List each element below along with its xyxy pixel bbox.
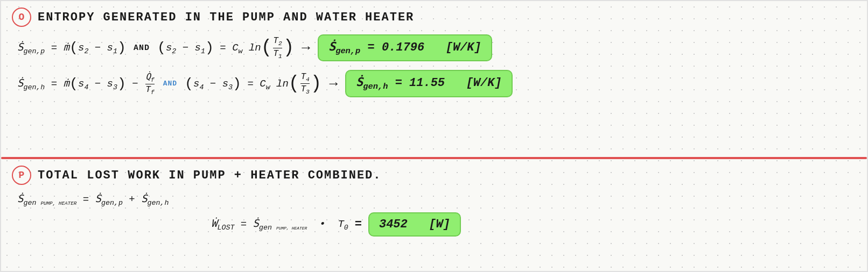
bottom-formula2-lhs: ẆLOST = Ṡgen PUMP, HEATER • T0 bbox=[211, 217, 348, 232]
section-p-title: TOTAL LOST WORK IN PUMP + HEATER COMBINE… bbox=[38, 169, 382, 182]
top-section: O ENTROPY GENERATED IN THE PUMP AND WATE… bbox=[1, 1, 867, 157]
bottom-result: 3452 [W] bbox=[368, 212, 461, 237]
formula2-arrow: → bbox=[329, 76, 338, 92]
formula1-arrow: → bbox=[302, 40, 310, 56]
formula1-result: Ṡgen,p = 0.1796 [W/K] bbox=[318, 34, 492, 61]
formula1-lhs: Ṡgen,p = ṁ(s2 − s1) bbox=[17, 40, 126, 56]
formula2-rhs: (s4 − s3) = Cw ln(T4T3) bbox=[185, 72, 321, 95]
section-o-header: O ENTROPY GENERATED IN THE PUMP AND WATE… bbox=[12, 8, 856, 27]
bottom-equals: = bbox=[355, 218, 362, 231]
circle-o: O bbox=[12, 8, 31, 27]
page: O ENTROPY GENERATED IN THE PUMP AND WATE… bbox=[0, 0, 868, 272]
bottom-formula-row-1: Ṡgen PUMP, HEATER = Ṡgen,p + Ṡgen,h bbox=[17, 192, 856, 207]
circle-p: P bbox=[12, 166, 31, 185]
formula2-result: Ṡgen,h = 11.55 [W/K] bbox=[345, 70, 513, 97]
formula-row-1: Ṡgen,p = ṁ(s2 − s1) AND (s2 − s1) = Cw l… bbox=[17, 34, 856, 61]
bottom-section: DEAD STATE = T₀ P TOTAL LOST WORK IN PUM… bbox=[1, 159, 867, 272]
section-p-header: P TOTAL LOST WORK IN PUMP + HEATER COMBI… bbox=[12, 166, 856, 185]
bottom-formula1: Ṡgen PUMP, HEATER = Ṡgen,p + Ṡgen,h bbox=[17, 192, 169, 207]
section-o-title: ENTROPY GENERATED IN THE PUMP AND WATER … bbox=[38, 11, 414, 24]
formula2-and: AND bbox=[163, 80, 177, 88]
bottom-formula-row-2: ẆLOST = Ṡgen PUMP, HEATER • T0 = 3452 [W… bbox=[17, 212, 856, 237]
formula1-rhs: (s2 − s1) = Cw ln(T2T1) bbox=[157, 36, 294, 59]
formula-row-2: Ṡgen,h = ṁ(s4 − s3) − Q̇fTf AND (s4 − s3… bbox=[17, 70, 856, 97]
formula2-lhs: Ṡgen,h = ṁ(s4 − s3) − Q̇fTf bbox=[17, 71, 156, 96]
formula1-and: AND bbox=[134, 44, 150, 53]
